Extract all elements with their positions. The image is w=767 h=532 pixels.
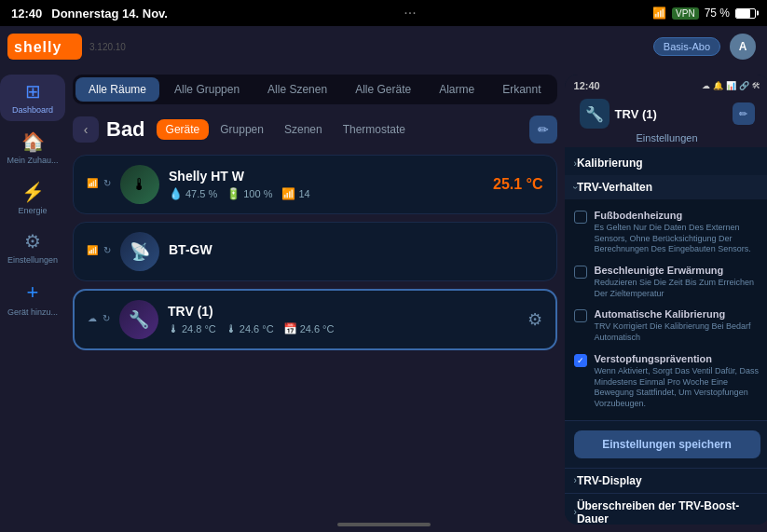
- verstopfung-row: ✓ Verstopfungsprävention Wenn Aktiviert,…: [574, 348, 760, 415]
- shelly-ht-info: Shelly HT W 💧 47.5 % 🔋 100 % �: [169, 169, 484, 200]
- room-edit-button[interactable]: ✏: [529, 116, 557, 143]
- room-tab-gruppen[interactable]: Gruppen: [211, 119, 273, 140]
- fussbodenheizung-checkbox[interactable]: [574, 211, 587, 224]
- dashboard-icon: ⊞: [25, 80, 41, 102]
- auto-kalibrierung-label: Automatische Kalibrierung: [595, 308, 760, 320]
- left-panel: Alle Räume Alle Gruppen Alle Szenen Alle…: [73, 75, 557, 525]
- add-device-icon: +: [27, 280, 39, 305]
- beschleunigte-desc: Reduzieren Sie Die Zeit Bis Zum Erreiche…: [595, 278, 760, 299]
- fussbodenheizung-content: Fußbodenheizung Es Gelten Nur Die Daten …: [595, 210, 760, 255]
- trv-display-header[interactable]: › TRV-Display: [565, 468, 767, 493]
- trv-info: TRV (1) 🌡 24.8 °C 🌡 24.6 °C 📅: [168, 304, 518, 335]
- room-tab-thermostate[interactable]: Thermostate: [334, 119, 415, 140]
- link-icon: 🔗: [739, 81, 749, 90]
- signal-icon-sm: 📶: [87, 178, 98, 188]
- trv-temp2-icon: 🌡: [226, 322, 237, 335]
- battery-icon: [735, 8, 756, 19]
- trv-temp2-value: 24.6 °C: [240, 323, 274, 334]
- trv-phone-icons: ☁ 🔔 📊 🔗 🛠: [702, 81, 760, 90]
- fussbodenheizung-label: Fußbodenheizung: [595, 210, 760, 221]
- trv-panel-subtitle: Einstellungen: [574, 132, 760, 147]
- wifi-icon: 📶: [652, 7, 666, 20]
- trv-card-icons: ☁ ↻: [88, 313, 110, 323]
- chart-icon: 📊: [726, 81, 736, 90]
- back-button[interactable]: ‹: [73, 116, 99, 143]
- trv-temp3-stat: 📅 24.6 °C: [283, 322, 335, 335]
- trv-temp2-stat: 🌡 24.6 °C: [226, 322, 274, 335]
- beschleunigte-row: Beschleunigte Erwärmung Reduzieren Sie D…: [574, 260, 760, 304]
- tab-alle-szenen[interactable]: Alle Szenen: [254, 77, 340, 102]
- settings-icon: ⚙: [24, 230, 41, 252]
- trv-settings-panel: 12:40 ☁ 🔔 📊 🔗 🛠 🔧 TRV (1) ✏ Einstellunge…: [565, 75, 767, 525]
- bt-gw-icon: 📡: [120, 232, 159, 271]
- sidebar-item-energie[interactable]: ⚡ Energie: [0, 175, 65, 222]
- beschleunigte-checkbox[interactable]: [574, 266, 587, 279]
- trv-panel-edit-button[interactable]: ✏: [733, 102, 755, 125]
- trv-signal-icon: ☁: [88, 313, 97, 323]
- device-card-shelly-ht-w[interactable]: 📶 ↻ 🌡 Shelly HT W 💧 47.5 %: [73, 155, 557, 214]
- sidebar-item-mein-zuhause[interactable]: 🏠 Mein Zuhau...: [0, 125, 65, 171]
- top-bar: shelly 3.120.10 Basis-Abo A: [0, 26, 767, 67]
- date-display: Donnerstag 14. Nov.: [51, 7, 168, 20]
- tab-alle-raume[interactable]: Alle Räume: [75, 77, 159, 102]
- sidebar-item-einstellungen[interactable]: ⚙ Einstellungen: [0, 225, 65, 271]
- sidebar-label-einstellungen: Einstellungen: [7, 255, 58, 266]
- verstopfung-desc: Wenn Aktiviert, Sorgt Das Ventil Dafür, …: [595, 366, 760, 410]
- tab-alle-gerate[interactable]: Alle Geräte: [342, 77, 424, 102]
- humidity-stat: 💧 47.5 %: [169, 187, 217, 200]
- devices-grid: 📶 ↻ 🌡 Shelly HT W 💧 47.5 %: [73, 155, 557, 350]
- bt-gw-info: BT-GW: [169, 242, 543, 261]
- kalibrierung-title: Kalibrierung: [577, 157, 760, 170]
- fussbodenheizung-desc: Es Gelten Nur Die Daten Des Externen Sen…: [595, 223, 760, 255]
- verstopfung-label: Verstopfungsprävention: [595, 353, 760, 364]
- room-tab-szenen[interactable]: Szenen: [275, 119, 332, 140]
- tab-alarme[interactable]: Alarme: [426, 77, 487, 102]
- sidebar-item-gerat-hinzu[interactable]: + Gerät hinzu...: [0, 275, 65, 323]
- status-bar-right: 📶 VPN 75 %: [652, 7, 756, 20]
- shelly-ht-stats: 💧 47.5 % 🔋 100 % 📶 14: [169, 187, 484, 200]
- avatar-initials: A: [739, 40, 747, 53]
- shelly-ht-name: Shelly HT W: [169, 169, 484, 184]
- basis-abo-button[interactable]: Basis-Abo: [653, 37, 720, 56]
- humidity-value: 47.5 %: [185, 188, 217, 199]
- settings-list[interactable]: › Kalibrierung › TRV-Verhalten Fußbodenh…: [565, 147, 767, 525]
- trv-verhalten-header[interactable]: › TRV-Verhalten: [565, 175, 767, 199]
- battery-percent: 75 %: [705, 7, 730, 20]
- battery-value: 100 %: [243, 188, 272, 199]
- beschleunigte-content: Beschleunigte Erwärmung Reduzieren Sie D…: [595, 265, 760, 299]
- status-bar-left: 12:40 Donnerstag 14. Nov.: [11, 7, 168, 20]
- auto-kalibrierung-row: Automatische Kalibrierung TRV Korrigiert…: [574, 304, 760, 348]
- shelly-ht-temp: 25.1 °C: [493, 176, 543, 193]
- logo-area: shelly 3.120.10: [7, 34, 126, 60]
- battery-stat-icon: 🔋: [226, 187, 240, 200]
- refresh-icon-sm: ↻: [103, 178, 111, 188]
- more-dots-icon: ···: [404, 5, 416, 21]
- sidebar-item-dashboard[interactable]: ⊞ Dashboard: [0, 75, 65, 121]
- trv-temp1-icon: 🌡: [168, 322, 179, 335]
- auto-kalibrierung-checkbox[interactable]: [574, 309, 587, 322]
- uberschreiben-header[interactable]: › Überschreiben der TRV-Boost-Dauer: [565, 493, 767, 525]
- sidebar: ⊞ Dashboard 🏠 Mein Zuhau... ⚡ Energie ⚙ …: [0, 67, 65, 532]
- content-area: Alle Räume Alle Gruppen Alle Szenen Alle…: [65, 67, 767, 532]
- verstopfung-checkbox[interactable]: ✓: [574, 354, 587, 367]
- signal-stat: 📶 14: [281, 187, 309, 200]
- uberschreiben-title: Überschreiben der TRV-Boost-Dauer: [577, 499, 760, 525]
- room-sub-tabs: Geräte Gruppen Szenen Thermostate: [157, 119, 415, 140]
- time-display: 12:40: [11, 7, 42, 20]
- tab-alle-gruppen[interactable]: Alle Gruppen: [161, 77, 253, 102]
- trv-temp1-value: 24.8 °C: [182, 323, 216, 334]
- home-icon: 🏠: [21, 130, 45, 153]
- avatar: A: [730, 34, 756, 60]
- room-tab-gerate[interactable]: Geräte: [157, 119, 210, 140]
- bt-signal-icon: 📶: [87, 245, 98, 255]
- save-settings-button[interactable]: Einstellungen speichern: [574, 430, 760, 458]
- device-card-trv[interactable]: ☁ ↻ 🔧 TRV (1) 🌡 24.8 °C: [73, 289, 557, 350]
- kalibrierung-header[interactable]: › Kalibrierung: [565, 151, 767, 175]
- tab-erkannt[interactable]: Erkannt: [489, 77, 554, 102]
- vpn-badge: VPN: [672, 7, 699, 20]
- tool-icon: 🛠: [752, 81, 760, 90]
- svg-text:shelly: shelly: [14, 39, 62, 55]
- device-card-bt-gw[interactable]: 📶 ↻ 📡 BT-GW: [73, 222, 557, 281]
- energy-icon: ⚡: [21, 181, 45, 203]
- bottom-indicator: [337, 523, 431, 526]
